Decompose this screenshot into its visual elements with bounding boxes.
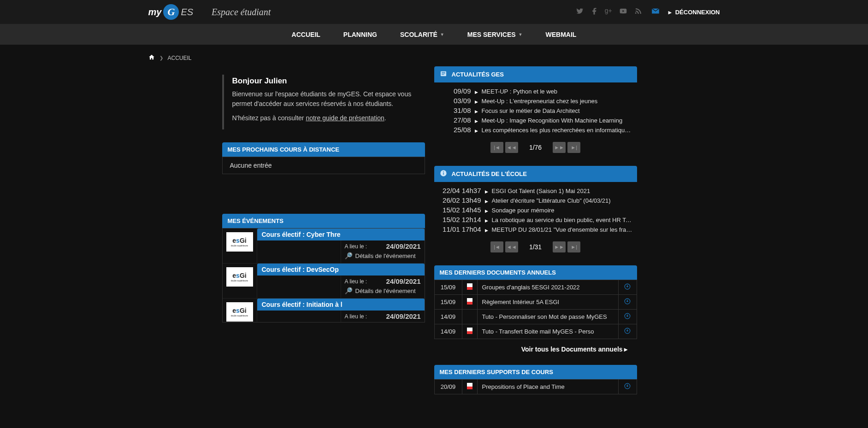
logo-g: G [163,4,179,20]
chevron-down-icon: ▼ [519,32,523,37]
actu-ges-list: 09/09▶MEET-UP : Python et le web03/09▶Me… [434,82,637,138]
pager-last-button[interactable]: ►| [567,142,580,153]
search-icon: 🔍 [345,322,353,322]
news-datetime: 15/02 14h45 [439,206,481,214]
pager-prev-button[interactable]: ◄◄ [505,241,518,252]
news-title[interactable]: Meet-Up : L'entrepreneuriat chez les jeu… [482,98,632,105]
event-details-link[interactable]: 🔍Détails de l'événement [345,285,421,296]
event-thumb: esGiécole supérieure [226,267,253,287]
event-date-row: A lieu le :24/09/2021 [345,277,421,285]
welcome-guide-link[interactable]: notre guide de présentation [306,114,384,122]
nav-item-scolarité[interactable]: SCOLARITÉ▼ [400,31,444,38]
rss-icon[interactable] [634,7,643,18]
pager-first-button[interactable]: |◄ [490,241,503,252]
espace-label: Espace étudiant [212,7,271,18]
svg-rect-1 [442,72,445,73]
gplus-icon[interactable]: g+ [605,7,612,18]
doc-row: 14/09Tuto - Personnaliser son Mot de pas… [434,310,637,324]
chevron-right-icon: ▶ [475,117,478,123]
doc-date: 15/09 [434,280,462,295]
nav-item-mes services[interactable]: MES SERVICES▼ [467,31,523,38]
download-icon[interactable] [618,310,637,324]
news-title[interactable]: MEETUP DU 28/01/21 "Vue d'ensemble sur l… [492,226,632,233]
youtube-icon[interactable] [619,7,628,18]
chevron-right-icon: ▶ [485,217,488,223]
news-title[interactable]: Meet-Up : Image Recognition With Machine… [482,117,632,124]
panel-header-cours-distance: MES PROCHAINS COURS À DISTANCE [222,142,425,157]
info-icon [440,170,447,178]
news-date: 25/08 [439,126,471,134]
see-all-docs-link[interactable]: Voir tous les Documents annuels [434,339,637,358]
event-date-row: A lieu le :24/09/2021 [345,242,421,250]
news-item[interactable]: 15/02 14h45▶Sondage pour mémoire [439,205,632,215]
download-icon[interactable] [618,280,637,295]
news-title[interactable]: ESGI Got Talent (Saison 1) Mai 2021 [492,188,632,194]
panel-supports: MES DERNIERS SUPPORTS DE COURS 20/09Prep… [434,365,637,394]
panel-cours-distance: MES PROCHAINS COURS À DISTANCE Aucune en… [222,142,425,174]
chevron-right-icon: ▶ [485,197,488,204]
doc-type-icon [462,324,477,339]
svg-rect-2 [442,73,445,74]
panel-header-actu-ecole: ACTUALITÉS DE L'ÉCOLE [434,166,637,182]
pager-prev-button[interactable]: ◄◄ [505,142,518,153]
event-title: Cours électif : Initiation à l [257,299,425,311]
download-icon[interactable] [618,324,637,339]
welcome-p2: N'hésitez pas à consulter notre guide de… [232,113,425,123]
pager-next-button[interactable]: ►► [553,241,566,252]
topbar: my G ES Espace étudiant g+ [0,0,868,24]
news-title[interactable]: Sondage pour mémoire [492,207,632,214]
welcome-greeting: Bonjour Julien [232,76,425,86]
download-icon[interactable] [618,295,637,310]
panel-header-events: MES ÉVÉNEMENTS [222,214,425,228]
pager-last-button[interactable]: ►| [567,241,580,252]
panel-actu-ecole: ACTUALITÉS DE L'ÉCOLE 22/04 14h37▶ESGI G… [434,166,637,258]
event-details-link[interactable]: 🔍Détails de l'événement [345,250,421,261]
news-item[interactable]: 03/09▶Meet-Up : L'entrepreneuriat chez l… [439,96,632,106]
doc-title[interactable]: Tuto - Personnaliser son Mot de passe My… [477,310,618,324]
facebook-icon[interactable] [590,7,598,18]
doc-date: 20/09 [434,380,462,394]
news-item[interactable]: 25/08▶Les compétences les plus recherché… [439,125,632,135]
cours-distance-empty: Aucune entrée [222,157,425,174]
doc-title[interactable]: Groupes d'anglais 5ESGI 2021-2022 [477,280,618,295]
news-item[interactable]: 27/08▶Meet-Up : Image Recognition With M… [439,115,632,125]
event-details-link[interactable]: 🔍Détails de l'événement [345,320,421,322]
doc-title[interactable]: Prepositions of Place and Time [477,380,618,394]
pager-first-button[interactable]: |◄ [490,142,503,153]
twitter-icon[interactable] [575,7,584,18]
news-item[interactable]: 22/04 14h37▶ESGI Got Talent (Saison 1) M… [439,186,632,195]
news-title[interactable]: MEET-UP : Python et le web [482,88,632,95]
mail-icon[interactable] [651,8,660,16]
news-icon [440,70,447,79]
news-title[interactable]: La robotique au service du bien public, … [492,217,632,223]
news-title[interactable]: Atelier d'écriture "Littérature Club" (0… [492,197,632,204]
news-item[interactable]: 11/01 17h04▶MEETUP DU 28/01/21 "Vue d'en… [439,224,632,234]
doc-type-icon [462,310,477,324]
logout-link[interactable]: DÉCONNEXION [668,9,720,16]
news-item[interactable]: 26/02 13h49▶Atelier d'écriture "Littérat… [439,195,632,205]
home-icon[interactable] [148,54,155,62]
news-title[interactable]: Focus sur le métier de Data Architect [482,107,632,114]
news-item[interactable]: 09/09▶MEET-UP : Python et le web [439,86,632,96]
news-item[interactable]: 31/08▶Focus sur le métier de Data Archit… [439,106,632,115]
news-item[interactable]: 15/02 12h14▶La robotique au service du b… [439,215,632,224]
chevron-down-icon: ▼ [440,32,444,37]
doc-type-icon [462,380,477,394]
pager-next-button[interactable]: ►► [553,142,566,153]
news-title[interactable]: Les compétences les plus recherchées en … [482,127,632,134]
doc-row: 14/09Tuto - Transfert Boite mail MyGES -… [434,324,637,339]
doc-type-icon [462,295,477,310]
nav-item-webmail[interactable]: WEBMAIL [545,31,576,38]
social-icons: g+ [575,7,643,18]
nav-item-accueil[interactable]: ACCUEIL [292,31,320,38]
doc-row: 15/09Groupes d'anglais 5ESGI 2021-2022 [434,280,637,295]
doc-title[interactable]: Règlement Intérieur 5A ESGI [477,295,618,310]
chevron-right-icon: ❯ [159,55,163,60]
nav-item-planning[interactable]: PLANNING [343,31,377,38]
news-date: 03/09 [439,97,471,105]
event-row: esGiécole supérieureCours électif : Cybe… [223,229,425,264]
download-icon[interactable] [618,380,637,394]
doc-title[interactable]: Tuto - Transfert Boite mail MyGES - Pers… [477,324,618,339]
logo[interactable]: my G ES [148,4,194,20]
events-list[interactable]: esGiécole supérieureCours électif : Cybe… [222,228,425,322]
